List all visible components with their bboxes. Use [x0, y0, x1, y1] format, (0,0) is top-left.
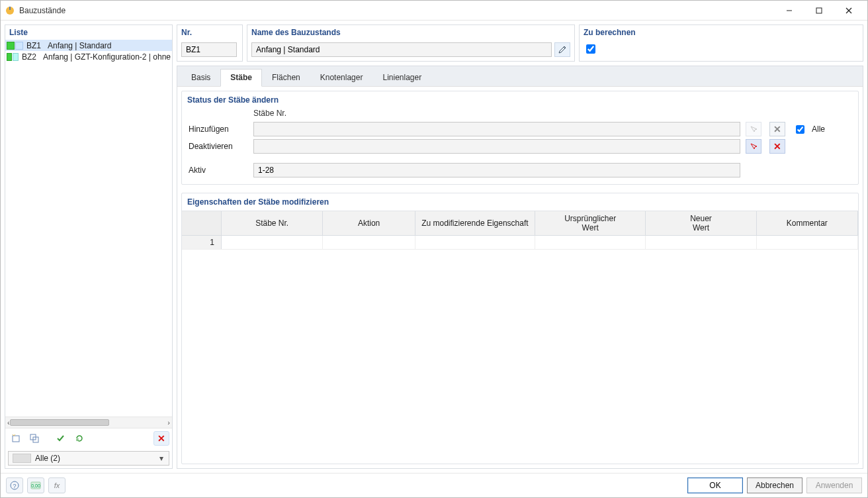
- minimize-button[interactable]: [774, 1, 804, 21]
- calc-label: Zu berechnen: [580, 25, 863, 40]
- col-comment: Kommentar: [757, 211, 858, 235]
- list-item[interactable]: BZ1 Anfang | Standard: [5, 40, 172, 51]
- col-original: UrsprünglicherWert: [535, 211, 646, 235]
- cell-original[interactable]: [535, 236, 646, 249]
- x-icon: ✕: [157, 434, 165, 443]
- edit-icon: [558, 45, 567, 54]
- units-icon: 0,00: [30, 481, 41, 490]
- color-swatch-icon: [15, 42, 23, 50]
- svg-text:fx: fx: [54, 481, 60, 489]
- right-column: Nr. Name des Bauzustands Zu berec: [177, 25, 863, 469]
- modify-section: Eigenschaften der Stäbe modifizieren Stä…: [181, 193, 859, 464]
- new-button[interactable]: [8, 431, 24, 446]
- edit-name-button[interactable]: [554, 42, 570, 57]
- pick-icon: [749, 124, 758, 134]
- name-input[interactable]: [251, 42, 552, 57]
- pick-deactivate-button[interactable]: [746, 139, 761, 154]
- item-name: Anfang | Standard: [48, 41, 112, 50]
- footer-tools: ? 0,00 fx: [6, 477, 65, 493]
- calc-checkbox[interactable]: [584, 42, 597, 56]
- alle-checkbox[interactable]: [796, 125, 804, 134]
- row-index: 1: [182, 236, 222, 249]
- svg-rect-1: [9, 7, 11, 10]
- ok-button[interactable]: OK: [687, 477, 743, 493]
- clear-deactivate-button[interactable]: ✕: [769, 139, 785, 154]
- nr-input[interactable]: [181, 42, 237, 57]
- scroll-right-icon[interactable]: ›: [167, 419, 170, 426]
- refresh-button[interactable]: [71, 431, 87, 446]
- cell-action[interactable]: [323, 236, 415, 249]
- list-panel: Liste BZ1 Anfang | Standard BZ2 Anfang |…: [5, 25, 173, 469]
- cell-comment[interactable]: [757, 236, 858, 249]
- cell-property[interactable]: [415, 236, 535, 249]
- dialog-window: Bauzustände Liste BZ1 Anfang | Standard: [0, 0, 868, 498]
- close-button[interactable]: [834, 1, 863, 21]
- status-swatch-icon: [7, 42, 15, 50]
- footer-buttons: OK Abbrechen Anwenden: [687, 477, 862, 493]
- status-grid: Stäbe Nr. Hinzufügen ✕ Alle Deaktivieren: [182, 109, 858, 184]
- calc-checkbox-input[interactable]: [586, 44, 595, 54]
- svg-rect-3: [816, 8, 822, 13]
- item-id: BZ1: [26, 41, 45, 50]
- tab-knotenlager[interactable]: Knotenlager: [310, 69, 373, 86]
- help-icon: ?: [10, 481, 19, 490]
- modify-section-title: Eigenschaften der Stäbe modifizieren: [182, 193, 858, 211]
- apply-button[interactable]: Anwenden: [806, 477, 862, 493]
- svg-rect-6: [13, 436, 19, 442]
- x-icon: ✕: [773, 124, 781, 134]
- horizontal-scrollbar[interactable]: ‹ ›: [5, 417, 172, 428]
- svg-text:?: ?: [13, 483, 16, 489]
- tab-linienlager[interactable]: Linienlager: [372, 69, 431, 86]
- status-col-header: Stäbe Nr.: [253, 109, 740, 119]
- svg-text:0,00: 0,00: [31, 483, 40, 488]
- table-row[interactable]: 1: [182, 236, 858, 250]
- nr-panel: Nr.: [177, 25, 243, 62]
- tab-flaechen[interactable]: Flächen: [262, 69, 310, 86]
- color-swatch-icon: [13, 53, 18, 61]
- modify-table: Stäbe Nr. Aktion Zu modifizierende Eigen…: [182, 211, 858, 464]
- check-all-button[interactable]: [53, 431, 69, 446]
- status-swatch-icon: [7, 53, 12, 61]
- tab-body: Status der Stäbe ändern Stäbe Nr. Hinzuf…: [177, 87, 863, 468]
- header-fields-row: Nr. Name des Bauzustands Zu berec: [177, 25, 863, 62]
- titlebar: Bauzustände: [1, 1, 867, 21]
- dialog-footer: ? 0,00 fx OK Abbrechen Anwenden: [1, 473, 867, 497]
- copy-button[interactable]: [26, 431, 42, 446]
- filter-swatch-icon: [13, 454, 31, 463]
- maximize-button[interactable]: [804, 1, 834, 21]
- filter-dropdown[interactable]: Alle (2) ▾: [8, 451, 169, 466]
- active-members-display: [253, 163, 740, 177]
- clear-add-button[interactable]: ✕: [769, 122, 785, 136]
- list-toolbar: ✕: [5, 428, 172, 448]
- col-members: Stäbe Nr.: [222, 211, 323, 235]
- tab-basis[interactable]: Basis: [181, 69, 220, 86]
- item-name: Anfang | GZT-Konfiguration-2 | ohne: [43, 52, 171, 62]
- col-property: Zu modifizierende Eigenschaft: [415, 211, 535, 235]
- table-body[interactable]: 1: [182, 236, 858, 464]
- help-button[interactable]: ?: [6, 477, 23, 493]
- col-new: NeuerWert: [646, 211, 756, 235]
- add-members-input[interactable]: [253, 122, 740, 136]
- deactivate-members-input[interactable]: [253, 139, 740, 154]
- alle-label: Alle: [812, 124, 851, 134]
- row-number-header: [182, 211, 222, 235]
- item-id: BZ2: [22, 52, 40, 62]
- filter-label: Alle (2): [35, 454, 154, 463]
- list-item[interactable]: BZ2 Anfang | GZT-Konfiguration-2 | ohne: [5, 51, 172, 62]
- window-title: Bauzustände: [19, 6, 774, 15]
- cell-members[interactable]: [222, 236, 323, 249]
- status-section-title: Status der Stäbe ändern: [182, 91, 858, 109]
- state-list[interactable]: BZ1 Anfang | Standard BZ2 Anfang | GZT-K…: [5, 40, 172, 417]
- delete-button[interactable]: ✕: [153, 431, 169, 446]
- pick-add-button[interactable]: [746, 122, 761, 136]
- tab-staebe[interactable]: Stäbe: [220, 69, 262, 87]
- formula-button[interactable]: fx: [48, 477, 65, 493]
- cancel-button[interactable]: Abbrechen: [747, 477, 803, 493]
- formula-icon: fx: [52, 481, 62, 490]
- cell-new[interactable]: [646, 236, 756, 249]
- scroll-thumb[interactable]: [10, 419, 109, 426]
- svg-line-5: [846, 8, 851, 13]
- units-button[interactable]: 0,00: [27, 477, 44, 493]
- pick-icon: [749, 142, 758, 151]
- deactivate-row-label: Deaktivieren: [189, 142, 248, 151]
